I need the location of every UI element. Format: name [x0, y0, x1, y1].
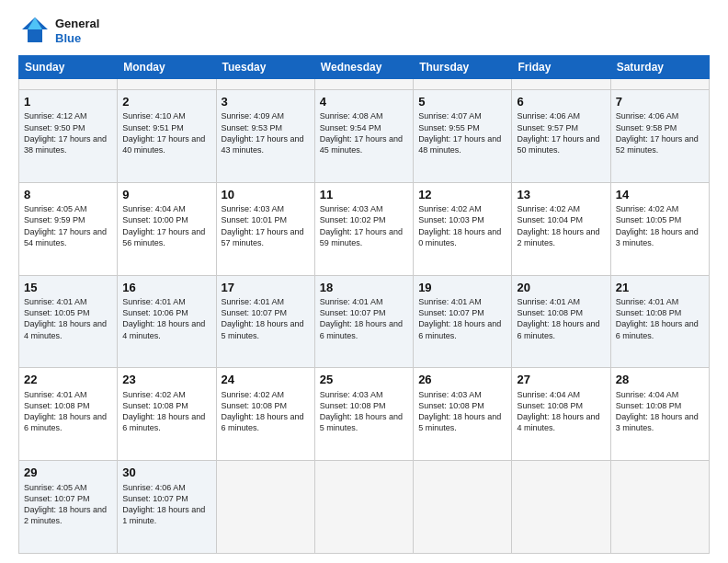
table-cell: 25 Sunrise: 4:03 AM Sunset: 10:08 PM Day…	[314, 368, 413, 461]
sunrise: Sunrise: 4:03 AM	[222, 204, 285, 213]
table-cell	[314, 79, 413, 90]
daylight: Daylight: 18 hours and 5 minutes.	[320, 412, 403, 432]
daylight: Daylight: 17 hours and 52 minutes.	[616, 134, 699, 155]
daylight: Daylight: 18 hours and 6 minutes.	[222, 412, 304, 432]
daylight: Daylight: 18 hours and 6 minutes.	[418, 319, 501, 339]
calendar-row: 29 Sunrise: 4:05 AM Sunset: 10:07 PM Day…	[19, 461, 710, 554]
daylight: Daylight: 17 hours and 40 minutes.	[122, 134, 205, 155]
calendar-row: 15 Sunrise: 4:01 AM Sunset: 10:05 PM Day…	[19, 275, 710, 368]
sunrise: Sunrise: 4:05 AM	[24, 483, 87, 492]
daylight: Daylight: 18 hours and 4 minutes.	[517, 412, 599, 432]
sunset: Sunset: 10:07 PM	[122, 494, 188, 503]
table-cell: 3 Sunrise: 4:09 AM Sunset: 9:53 PM Dayli…	[216, 89, 314, 182]
sunset: Sunset: 10:00 PM	[122, 215, 188, 224]
sunrise: Sunrise: 4:01 AM	[616, 297, 679, 306]
sunset: Sunset: 9:58 PM	[616, 123, 677, 132]
sunset: Sunset: 10:08 PM	[222, 401, 288, 410]
sunrise: Sunrise: 4:06 AM	[616, 111, 679, 121]
sunrise: Sunrise: 4:05 AM	[24, 204, 87, 213]
sunset: Sunset: 10:07 PM	[222, 308, 288, 317]
page: General Blue Sunday Monday Tuesday Wedne…	[0, 0, 728, 563]
calendar-row: 22 Sunrise: 4:01 AM Sunset: 10:08 PM Day…	[19, 368, 710, 461]
daylight: Daylight: 18 hours and 3 minutes.	[616, 227, 699, 247]
table-cell: 26 Sunrise: 4:03 AM Sunset: 10:08 PM Day…	[414, 368, 512, 461]
sunrise: Sunrise: 4:06 AM	[517, 111, 580, 121]
table-cell	[512, 461, 610, 554]
daylight: Daylight: 18 hours and 4 minutes.	[122, 319, 205, 339]
table-cell: 4 Sunrise: 4:08 AM Sunset: 9:54 PM Dayli…	[314, 89, 413, 182]
table-cell: 27 Sunrise: 4:04 AM Sunset: 10:08 PM Day…	[512, 368, 610, 461]
table-cell: 30 Sunrise: 4:06 AM Sunset: 10:07 PM Day…	[118, 461, 216, 554]
sunrise: Sunrise: 4:03 AM	[320, 204, 383, 213]
day-number: 24	[222, 372, 310, 388]
sunrise: Sunrise: 4:01 AM	[122, 297, 186, 306]
table-cell: 1 Sunrise: 4:12 AM Sunset: 9:50 PM Dayli…	[19, 89, 118, 182]
day-number: 20	[517, 280, 605, 296]
sunrise: Sunrise: 4:01 AM	[418, 297, 482, 306]
sunrise: Sunrise: 4:01 AM	[320, 297, 383, 306]
table-cell: 23 Sunrise: 4:02 AM Sunset: 10:08 PM Day…	[118, 368, 216, 461]
sunrise: Sunrise: 4:03 AM	[320, 390, 383, 399]
sunrise: Sunrise: 4:02 AM	[222, 390, 285, 399]
sunrise: Sunrise: 4:02 AM	[122, 390, 186, 399]
sunrise: Sunrise: 4:04 AM	[616, 390, 679, 399]
daylight: Daylight: 17 hours and 57 minutes.	[222, 227, 304, 247]
sunset: Sunset: 9:53 PM	[222, 123, 283, 132]
sunrise: Sunrise: 4:08 AM	[320, 111, 383, 121]
table-cell: 6 Sunrise: 4:06 AM Sunset: 9:57 PM Dayli…	[512, 89, 610, 182]
daylight: Daylight: 17 hours and 56 minutes.	[122, 227, 205, 247]
sunset: Sunset: 10:07 PM	[418, 308, 484, 317]
day-number: 27	[517, 372, 605, 388]
day-number: 15	[24, 280, 112, 296]
table-cell: 9 Sunrise: 4:04 AM Sunset: 10:00 PM Dayl…	[118, 182, 216, 275]
table-cell: 13 Sunrise: 4:02 AM Sunset: 10:04 PM Day…	[512, 182, 610, 275]
day-number: 8	[24, 187, 112, 203]
table-cell: 19 Sunrise: 4:01 AM Sunset: 10:07 PM Day…	[414, 275, 512, 368]
sunset: Sunset: 10:08 PM	[24, 401, 90, 410]
daylight: Daylight: 18 hours and 6 minutes.	[24, 412, 107, 432]
sunset: Sunset: 9:50 PM	[24, 123, 85, 132]
header-row: Sunday Monday Tuesday Wednesday Thursday…	[19, 56, 710, 79]
table-cell: 15 Sunrise: 4:01 AM Sunset: 10:05 PM Day…	[19, 275, 118, 368]
sunset: Sunset: 10:05 PM	[616, 215, 682, 224]
table-cell: 17 Sunrise: 4:01 AM Sunset: 10:07 PM Day…	[216, 275, 314, 368]
table-cell: 21 Sunrise: 4:01 AM Sunset: 10:08 PM Day…	[610, 275, 709, 368]
col-friday: Friday	[512, 56, 610, 79]
table-cell: 18 Sunrise: 4:01 AM Sunset: 10:07 PM Day…	[314, 275, 413, 368]
table-cell: 11 Sunrise: 4:03 AM Sunset: 10:02 PM Day…	[314, 182, 413, 275]
table-cell	[216, 461, 314, 554]
day-number: 21	[616, 280, 704, 296]
table-cell: 7 Sunrise: 4:06 AM Sunset: 9:58 PM Dayli…	[610, 89, 709, 182]
sunrise: Sunrise: 4:10 AM	[122, 111, 186, 121]
sunset: Sunset: 10:03 PM	[418, 215, 484, 224]
sunset: Sunset: 10:08 PM	[616, 308, 682, 317]
day-number: 10	[222, 187, 310, 203]
day-number: 22	[24, 372, 112, 388]
daylight: Daylight: 18 hours and 6 minutes.	[320, 319, 403, 339]
sunrise: Sunrise: 4:02 AM	[616, 204, 679, 213]
day-number: 5	[418, 94, 506, 110]
logo-svg	[18, 15, 51, 48]
sunrise: Sunrise: 4:01 AM	[222, 297, 285, 306]
day-number: 26	[418, 372, 506, 388]
sunrise: Sunrise: 4:12 AM	[24, 111, 87, 121]
day-number: 13	[517, 187, 605, 203]
daylight: Daylight: 18 hours and 6 minutes.	[616, 319, 699, 339]
table-cell	[512, 79, 610, 90]
day-number: 11	[320, 187, 408, 203]
sunrise: Sunrise: 4:07 AM	[418, 111, 482, 121]
sunset: Sunset: 9:55 PM	[418, 123, 480, 132]
daylight: Daylight: 18 hours and 6 minutes.	[122, 412, 205, 432]
col-thursday: Thursday	[414, 56, 512, 79]
day-number: 16	[122, 280, 210, 296]
col-wednesday: Wednesday	[314, 56, 413, 79]
daylight: Daylight: 18 hours and 2 minutes.	[24, 505, 107, 525]
table-cell: 10 Sunrise: 4:03 AM Sunset: 10:01 PM Day…	[216, 182, 314, 275]
day-number: 18	[320, 280, 408, 296]
sunset: Sunset: 10:08 PM	[517, 308, 583, 317]
table-cell: 12 Sunrise: 4:02 AM Sunset: 10:03 PM Day…	[414, 182, 512, 275]
day-number: 4	[320, 94, 408, 110]
sunset: Sunset: 9:51 PM	[122, 123, 184, 132]
logo-text: General Blue	[55, 17, 99, 45]
logo: General Blue	[18, 15, 99, 48]
